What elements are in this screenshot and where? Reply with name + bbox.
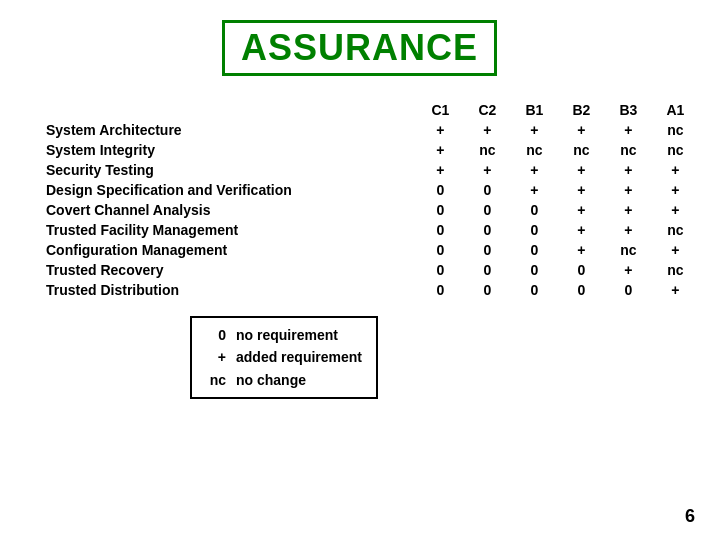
header-label bbox=[40, 100, 417, 120]
row-value: 0 bbox=[417, 200, 464, 220]
row-value: nc bbox=[652, 120, 699, 140]
row-label: Security Testing bbox=[40, 160, 417, 180]
row-value: + bbox=[605, 160, 652, 180]
row-value: 0 bbox=[511, 240, 558, 260]
legend-symbol-2: nc bbox=[206, 369, 226, 391]
row-value: 0 bbox=[417, 280, 464, 300]
row-value: 0 bbox=[558, 260, 605, 280]
legend-text-2: no change bbox=[236, 369, 306, 391]
row-value: 0 bbox=[511, 220, 558, 240]
table-row: System Architecture+++++nc bbox=[40, 120, 699, 140]
row-value: + bbox=[652, 180, 699, 200]
row-value: + bbox=[605, 200, 652, 220]
row-value: + bbox=[652, 280, 699, 300]
row-value: + bbox=[558, 200, 605, 220]
title-container: ASSURANCE bbox=[30, 20, 689, 76]
row-value: nc bbox=[605, 140, 652, 160]
assurance-table: C1 C2 B1 B2 B3 A1 System Architecture+++… bbox=[40, 100, 699, 300]
legend-symbol-1: + bbox=[206, 346, 226, 368]
row-value: 0 bbox=[417, 260, 464, 280]
row-label: Design Specification and Verification bbox=[40, 180, 417, 200]
table-row: Covert Channel Analysis000+++ bbox=[40, 200, 699, 220]
legend-box: 0 no requirement + added requirement nc … bbox=[190, 316, 378, 399]
row-label: Trusted Distribution bbox=[40, 280, 417, 300]
row-value: + bbox=[417, 140, 464, 160]
row-value: 0 bbox=[464, 180, 511, 200]
table-row: Configuration Management000+nc+ bbox=[40, 240, 699, 260]
row-value: nc bbox=[652, 260, 699, 280]
row-value: 0 bbox=[605, 280, 652, 300]
row-value: + bbox=[417, 120, 464, 140]
row-value: 0 bbox=[417, 220, 464, 240]
row-value: + bbox=[605, 120, 652, 140]
row-value: 0 bbox=[511, 280, 558, 300]
header-b2: B2 bbox=[558, 100, 605, 120]
row-value: 0 bbox=[464, 200, 511, 220]
row-value: + bbox=[605, 260, 652, 280]
legend-row-0: 0 no requirement bbox=[206, 324, 362, 346]
row-value: 0 bbox=[464, 220, 511, 240]
row-value: + bbox=[464, 120, 511, 140]
header-c2: C2 bbox=[464, 100, 511, 120]
row-value: + bbox=[652, 160, 699, 180]
row-value: + bbox=[652, 200, 699, 220]
row-value: + bbox=[417, 160, 464, 180]
row-value: nc bbox=[558, 140, 605, 160]
row-label: Trusted Facility Management bbox=[40, 220, 417, 240]
row-value: + bbox=[511, 160, 558, 180]
row-value: nc bbox=[652, 140, 699, 160]
table-row: Trusted Facility Management000++nc bbox=[40, 220, 699, 240]
page-number: 6 bbox=[685, 506, 695, 527]
row-value: + bbox=[558, 160, 605, 180]
table-row: System Integrity+ncncncncnc bbox=[40, 140, 699, 160]
page-title: ASSURANCE bbox=[222, 20, 497, 76]
row-value: 0 bbox=[464, 260, 511, 280]
row-value: + bbox=[558, 220, 605, 240]
row-value: + bbox=[558, 180, 605, 200]
row-value: + bbox=[605, 180, 652, 200]
row-value: 0 bbox=[511, 260, 558, 280]
page-container: ASSURANCE C1 C2 B1 B2 B3 A1 System Archi… bbox=[0, 0, 719, 539]
legend-text-0: no requirement bbox=[236, 324, 338, 346]
row-label: Configuration Management bbox=[40, 240, 417, 260]
table-header-row: C1 C2 B1 B2 B3 A1 bbox=[40, 100, 699, 120]
table-row: Trusted Recovery0000+nc bbox=[40, 260, 699, 280]
table-row: Trusted Distribution00000+ bbox=[40, 280, 699, 300]
row-value: 0 bbox=[417, 180, 464, 200]
row-value: 0 bbox=[464, 240, 511, 260]
row-value: 0 bbox=[558, 280, 605, 300]
legend-symbol-0: 0 bbox=[206, 324, 226, 346]
header-c1: C1 bbox=[417, 100, 464, 120]
row-label: System Integrity bbox=[40, 140, 417, 160]
header-b3: B3 bbox=[605, 100, 652, 120]
row-value: + bbox=[652, 240, 699, 260]
row-value: + bbox=[558, 120, 605, 140]
row-value: + bbox=[511, 120, 558, 140]
table-row: Design Specification and Verification00+… bbox=[40, 180, 699, 200]
header-b1: B1 bbox=[511, 100, 558, 120]
row-value: 0 bbox=[511, 200, 558, 220]
row-value: + bbox=[605, 220, 652, 240]
row-value: + bbox=[511, 180, 558, 200]
row-label: System Architecture bbox=[40, 120, 417, 140]
row-value: 0 bbox=[464, 280, 511, 300]
row-label: Covert Channel Analysis bbox=[40, 200, 417, 220]
table-row: Security Testing++++++ bbox=[40, 160, 699, 180]
row-value: nc bbox=[605, 240, 652, 260]
row-value: nc bbox=[464, 140, 511, 160]
header-a1: A1 bbox=[652, 100, 699, 120]
legend-text-1: added requirement bbox=[236, 346, 362, 368]
row-value: + bbox=[558, 240, 605, 260]
row-value: nc bbox=[511, 140, 558, 160]
row-value: + bbox=[464, 160, 511, 180]
legend-row-1: + added requirement bbox=[206, 346, 362, 368]
row-value: 0 bbox=[417, 240, 464, 260]
row-label: Trusted Recovery bbox=[40, 260, 417, 280]
row-value: nc bbox=[652, 220, 699, 240]
legend-row-2: nc no change bbox=[206, 369, 362, 391]
